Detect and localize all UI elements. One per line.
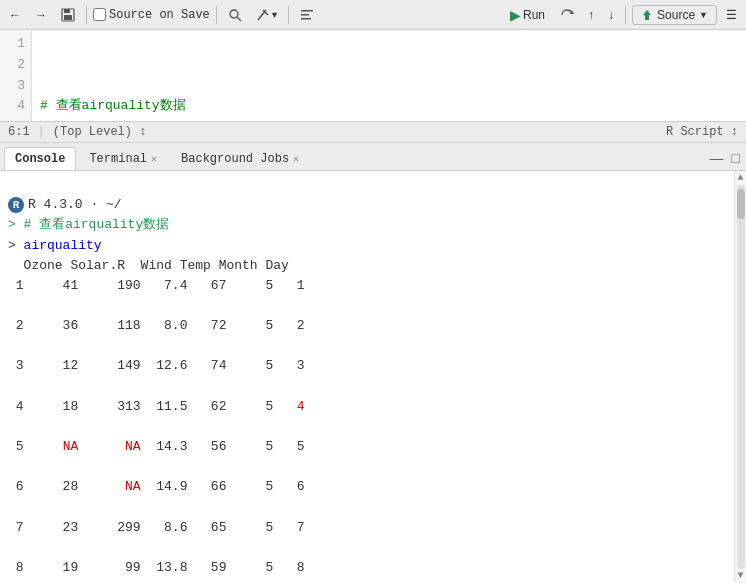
menu-button[interactable]: ☰ <box>721 5 742 25</box>
save-button[interactable] <box>56 5 80 25</box>
tab-terminal-close-icon[interactable]: ✕ <box>151 153 157 165</box>
command-1: > # 查看airquality数据 <box>8 217 169 232</box>
status-bar: 6:1 | (Top Level) ↕ R Script ↕ <box>0 121 746 143</box>
up-button[interactable]: ↑ <box>583 5 599 25</box>
svg-marker-9 <box>643 10 651 15</box>
r-logo: R <box>8 197 24 213</box>
separator <box>86 6 87 24</box>
code-editor: 1 2 3 4 5 6 # 查看airquality数据 airquality <box>0 30 746 121</box>
scroll-thumb[interactable] <box>737 189 745 219</box>
console-icon-bar: ― □ <box>708 150 742 170</box>
source-on-save-label[interactable]: Source on Save <box>93 8 210 22</box>
source-on-save-checkbox[interactable] <box>93 8 106 21</box>
console-area: Console Terminal ✕ Background Jobs ✕ ― □… <box>0 143 746 583</box>
scope-text: (Top Level) <box>53 125 132 139</box>
code-area[interactable]: # 查看airquality数据 airquality <box>32 30 746 121</box>
source-button[interactable]: Source ▼ <box>632 5 717 25</box>
svg-rect-2 <box>64 15 72 20</box>
search-button[interactable] <box>223 5 247 25</box>
svg-line-4 <box>237 17 241 21</box>
console-tabs: Console Terminal ✕ Background Jobs ✕ ― □ <box>0 143 746 171</box>
tab-console-label: Console <box>15 152 65 166</box>
tab-console[interactable]: Console <box>4 147 76 170</box>
table-row: 2 36 118 8.0 72 5 2 <box>8 316 726 336</box>
table-row: 1 41 190 7.4 67 5 1 <box>8 276 726 296</box>
svg-rect-10 <box>645 15 649 20</box>
separator4 <box>625 6 626 24</box>
table-header: Ozone Solar.R Wind Temp Month Day <box>8 258 289 273</box>
command-2: > airquality <box>8 238 102 253</box>
separator2 <box>216 6 217 24</box>
scroll-up-arrow-icon[interactable]: ▲ <box>737 173 743 183</box>
svg-rect-5 <box>301 10 313 12</box>
source-dropdown-icon: ▼ <box>699 10 708 20</box>
redo-button[interactable]: → <box>30 5 52 25</box>
run-arrow-icon: ▶ <box>510 7 521 23</box>
cursor-position: 6:1 <box>8 125 30 139</box>
rerun-button[interactable] <box>555 5 579 25</box>
format-button[interactable] <box>295 5 319 25</box>
editor-toolbar: ← → Source on Save ▾ ▶ <box>0 0 746 30</box>
file-type-arrow-icon: ↕ <box>731 125 738 139</box>
source-label: Source <box>657 8 695 22</box>
minimize-button[interactable]: ― <box>708 150 726 166</box>
separator3 <box>288 6 289 24</box>
table-row: 4 18 313 11.5 62 5 4 <box>8 397 726 417</box>
svg-rect-6 <box>301 14 309 16</box>
tab-background-jobs[interactable]: Background Jobs ✕ <box>170 147 310 170</box>
table-row: 3 12 149 12.6 74 5 3 <box>8 356 726 376</box>
file-type-text: R Script <box>666 125 724 139</box>
magic-button[interactable]: ▾ <box>251 5 282 25</box>
run-label: Run <box>523 8 545 22</box>
scope-arrow-icon: ↕ <box>139 125 146 139</box>
svg-rect-1 <box>64 9 70 13</box>
table-row: 8 19 99 13.8 59 5 8 <box>8 558 726 578</box>
r-version-line: RR 4.3.0 · ~/ <box>8 197 122 212</box>
line-numbers: 1 2 3 4 5 6 <box>0 30 32 121</box>
tab-terminal-label: Terminal <box>89 152 147 166</box>
tab-background-jobs-close-icon[interactable]: ✕ <box>293 153 299 165</box>
svg-point-3 <box>230 10 238 18</box>
console-scrollbar[interactable]: ▲ ▼ <box>734 171 746 583</box>
scope-label[interactable]: (Top Level) ↕ <box>53 125 147 139</box>
run-button[interactable]: ▶ Run <box>504 5 551 25</box>
down-button[interactable]: ↓ <box>603 5 619 25</box>
table-row: 7 23 299 8.6 65 5 7 <box>8 518 726 538</box>
maximize-button[interactable]: □ <box>730 150 742 166</box>
undo-button[interactable]: ← <box>4 5 26 25</box>
table-row: 5 NA NA 14.3 56 5 5 <box>8 437 726 457</box>
svg-rect-7 <box>301 18 311 20</box>
scroll-track[interactable] <box>737 185 745 569</box>
tab-background-jobs-label: Background Jobs <box>181 152 289 166</box>
console-output[interactable]: RR 4.3.0 · ~/ > # 查看airquality数据 > airqu… <box>0 171 734 583</box>
tab-terminal[interactable]: Terminal ✕ <box>78 147 168 170</box>
file-type-label[interactable]: R Script ↕ <box>666 125 738 139</box>
table-row: 6 28 NA 14.9 66 5 6 <box>8 477 726 497</box>
scroll-down-arrow-icon[interactable]: ▼ <box>737 571 743 581</box>
